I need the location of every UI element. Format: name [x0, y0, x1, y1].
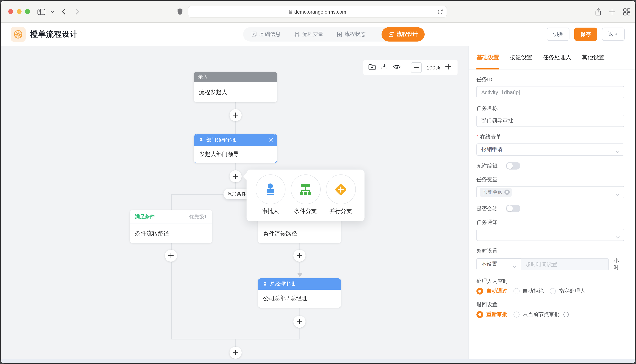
header-actions: 切换 保存 返回: [547, 28, 625, 41]
zoom-in-button[interactable]: [445, 64, 452, 71]
close-window-button[interactable]: [8, 9, 13, 14]
add-node-button[interactable]: [293, 250, 306, 262]
timeout-label: 超时设置: [476, 247, 624, 254]
document-status-icon: [337, 31, 342, 38]
task-variables-label: 任务变量: [476, 176, 624, 183]
toolbar-divider: [406, 63, 406, 72]
browser-window: demo.orangeforms.com 橙单流程设计 基础信息: [1, 1, 635, 363]
back-button-header[interactable]: 返回: [602, 28, 625, 41]
connector-line: [171, 194, 172, 210]
chevron-down-icon[interactable]: [50, 1, 55, 23]
condition-met-tag: 满足条件: [135, 213, 155, 220]
share-icon[interactable]: [595, 1, 602, 23]
zoom-out-button[interactable]: [411, 62, 421, 73]
download-icon[interactable]: [381, 63, 388, 72]
online-form-label: *在线表单: [476, 133, 624, 140]
add-node-button[interactable]: [165, 250, 177, 262]
parallel-branch-icon: [333, 182, 349, 197]
canvas-toolbar: 100%: [363, 60, 458, 75]
zoom-level: 100%: [427, 64, 440, 70]
tab-button-settings[interactable]: 按钮设置: [510, 46, 532, 69]
sidebar-toggle-icon[interactable]: [38, 1, 45, 23]
allow-edit-toggle[interactable]: [506, 162, 520, 170]
sliders-icon: [294, 32, 300, 37]
node-start[interactable]: 录入 流程发起人: [193, 72, 277, 102]
app-header: 橙单流程设计 基础信息 流程变量 流程状态 流程设计 切换 保存 返回: [1, 23, 635, 46]
timeout-value-input[interactable]: [521, 258, 608, 270]
back-button[interactable]: [62, 1, 66, 23]
url-text: demo.orangeforms.com: [294, 9, 346, 14]
task-notify-select[interactable]: [476, 229, 624, 241]
node-condition-left[interactable]: 满足条件 优先级1 条件流转路径: [130, 210, 212, 243]
add-node-button-active[interactable]: [230, 170, 242, 182]
tab-overview-icon[interactable]: [623, 1, 630, 23]
browser-toolbar: demo.orangeforms.com: [1, 1, 635, 23]
add-node-button[interactable]: [230, 109, 242, 121]
page-title: 橙单流程设计: [30, 29, 78, 39]
new-tab-icon[interactable]: [609, 1, 615, 23]
chevron-down-icon: [615, 234, 620, 240]
save-button[interactable]: 保存: [574, 28, 597, 41]
forward-button[interactable]: [75, 1, 79, 23]
node-title: 录入: [198, 74, 208, 80]
chevron-down-icon: [615, 191, 620, 197]
add-node-button[interactable]: [230, 347, 242, 359]
online-form-select[interactable]: 报销申请: [476, 144, 624, 156]
minimize-window-button[interactable]: [17, 9, 22, 14]
task-id-label: 任务ID: [476, 76, 624, 83]
tab-task-assignee[interactable]: 任务处理人: [543, 46, 571, 69]
settings-panel: 基础设置 按钮设置 任务处理人 其他设置 任务ID 任务名称 *在线表单 报销: [469, 46, 635, 359]
window-bottom-band: [1, 359, 635, 363]
zoom-window-button[interactable]: [25, 9, 30, 14]
popover-item-condition-branch[interactable]: 条件分支: [290, 174, 321, 221]
address-bar[interactable]: demo.orangeforms.com: [188, 6, 447, 18]
privacy-shield-icon[interactable]: [177, 1, 183, 23]
tab-process-design[interactable]: 流程设计: [381, 27, 425, 42]
node-dept-approval[interactable]: 部门领导审批 发起人部门领导: [193, 134, 277, 163]
countersign-toggle[interactable]: [506, 205, 520, 212]
flow-canvas[interactable]: 录入 流程发起人 部门领导审批 发起人部门领导 添加条件: [1, 46, 469, 359]
timeout-mode-select[interactable]: 不设置: [476, 258, 521, 270]
task-name-input[interactable]: [476, 115, 624, 127]
radio-current-node-approval[interactable]: 从当前节点审批!: [514, 311, 569, 318]
tab-basic-info[interactable]: 基础信息: [252, 27, 281, 42]
tab-process-variables[interactable]: 流程变量: [294, 27, 323, 42]
add-node-button[interactable]: [293, 316, 306, 328]
radio-auto-approve[interactable]: 自动通过: [476, 288, 507, 294]
required-asterisk: *: [476, 133, 479, 140]
reject-setting-label: 退回设置: [476, 301, 624, 308]
form-icon: [252, 31, 257, 38]
app-logo: [11, 27, 26, 42]
tab-process-status[interactable]: 流程状态: [337, 27, 366, 42]
node-gm-approval[interactable]: 总经理审批 公司总部 / 总经理: [258, 278, 341, 308]
toolbar-separator: [48, 7, 48, 16]
task-variables-select[interactable]: 报销金额 ✕: [476, 186, 624, 198]
approver-stamp-icon: [263, 182, 278, 197]
info-icon: !: [563, 312, 569, 317]
timeout-unit: 小时: [613, 258, 624, 271]
remove-tag-icon[interactable]: ✕: [504, 190, 510, 195]
radio-auto-reject[interactable]: 自动拒绝: [514, 288, 544, 294]
radio-restart-approval[interactable]: 重新审批: [476, 311, 507, 318]
countersign-label: 是否会签: [476, 205, 498, 212]
add-condition-tooltip[interactable]: 添加条件: [224, 189, 250, 199]
flow-icon: [388, 31, 394, 38]
chevron-down-icon: [615, 148, 620, 154]
radio-assign-handler[interactable]: 指定处理人: [550, 288, 585, 294]
task-id-input[interactable]: [476, 86, 624, 98]
reload-icon[interactable]: [437, 9, 443, 16]
condition-branch-icon: [298, 182, 313, 197]
tab-other-settings[interactable]: 其他设置: [582, 46, 605, 69]
priority-label: 优先级1: [189, 213, 207, 220]
close-icon[interactable]: [269, 138, 273, 143]
panel-tabs: 基础设置 按钮设置 任务处理人 其他设置: [469, 46, 635, 70]
arrow-head: [297, 273, 303, 277]
popover-item-parallel-branch[interactable]: 并行分支: [325, 174, 357, 221]
tab-basic-settings[interactable]: 基础设置: [476, 46, 499, 69]
switch-button[interactable]: 切换: [547, 28, 569, 41]
variable-tag: 报销金额 ✕: [480, 188, 512, 197]
popover-item-approver[interactable]: 审批人: [255, 174, 286, 221]
empty-handler-label: 处理人为空时: [476, 278, 624, 284]
open-file-icon[interactable]: [368, 63, 376, 72]
preview-eye-icon[interactable]: [393, 64, 401, 71]
